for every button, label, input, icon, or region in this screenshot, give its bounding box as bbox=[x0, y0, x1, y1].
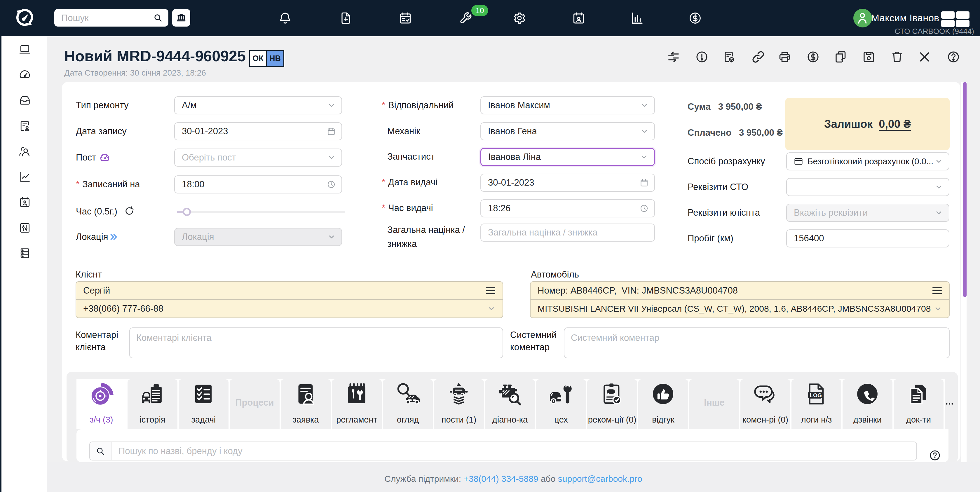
svg-text:LOG: LOG bbox=[810, 392, 822, 398]
